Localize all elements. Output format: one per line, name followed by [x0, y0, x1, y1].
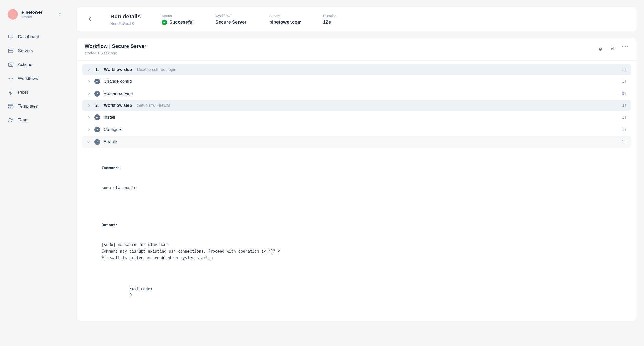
status-value: Successful — [169, 20, 194, 25]
page-title: Run details — [110, 13, 151, 20]
nav-workflows[interactable]: Workflows — [5, 72, 64, 85]
meta-server: Server pipetower.com — [269, 14, 313, 25]
step-description: Setup ufw Firewall — [137, 103, 171, 108]
zap-icon — [8, 89, 14, 95]
step-duration: 0s — [622, 91, 627, 96]
main-content: Run details Run #n3mdk6 Status Successfu… — [69, 0, 644, 346]
chevron-right-icon — [87, 103, 91, 108]
expand-all-button[interactable] — [597, 45, 604, 53]
step-name: Install — [104, 115, 115, 120]
sidebar: Pipetower Owner Dashboard Servers Action… — [0, 0, 69, 346]
nav-label: Servers — [18, 48, 33, 53]
run-id: Run #n3mdk6 — [110, 21, 151, 25]
nav-label: Workflows — [18, 76, 38, 81]
workflow-step-2-header[interactable]: 2. Workflow step Setup ufw Firewall 3s — [82, 100, 631, 111]
svg-rect-4 — [9, 63, 13, 67]
users-icon — [8, 117, 14, 123]
check-icon — [94, 139, 100, 145]
nav-actions[interactable]: Actions — [5, 59, 64, 71]
server-icon — [8, 48, 14, 54]
chevron-right-icon — [87, 92, 91, 96]
chevron-right-icon — [87, 68, 91, 72]
layout-icon — [8, 103, 14, 109]
step-duration: 3s — [622, 103, 627, 108]
workflow-header: Workflow | Secure Server started 1 week … — [77, 38, 636, 61]
workflow-started: started 1 week ago — [85, 51, 146, 55]
nav-team[interactable]: Team — [5, 114, 64, 126]
svg-point-10 — [11, 119, 13, 120]
server-value: pipetower.com — [269, 20, 313, 25]
step-enable[interactable]: Enable 1s — [82, 136, 631, 148]
workflow-card: Workflow | Secure Server started 1 week … — [77, 38, 636, 321]
nav-dashboard[interactable]: Dashboard — [5, 31, 64, 43]
meta-label: Workflow — [215, 14, 259, 18]
nav-templates[interactable]: Templates — [5, 100, 64, 112]
check-icon — [94, 127, 100, 132]
step-configure[interactable]: Configure 1s — [82, 124, 631, 136]
step-number: 2. — [95, 103, 99, 108]
meta-status: Status Successful — [162, 14, 205, 25]
terminal-icon — [8, 62, 14, 68]
step-output: Command: sudo ufw enable Output: [sudo] … — [82, 148, 631, 313]
workflow-value: Secure Server — [215, 20, 259, 25]
command-text: sudo ufw enable — [102, 185, 627, 191]
step-restart-service[interactable]: Restart service 0s — [82, 88, 631, 100]
nav-label: Templates — [18, 104, 38, 109]
step-name: Configure — [104, 127, 123, 132]
svg-point-9 — [9, 118, 11, 120]
monitor-icon — [8, 34, 14, 40]
meta-label: Duration — [323, 14, 367, 18]
meta-workflow: Workflow Secure Server — [215, 14, 259, 25]
step-duration: 1s — [622, 115, 627, 120]
step-duration: 1s — [622, 67, 627, 72]
chevron-right-icon — [87, 115, 91, 119]
nav-label: Pipes — [18, 90, 29, 95]
sparkle-icon — [8, 75, 14, 82]
svg-rect-0 — [9, 35, 13, 38]
steps-list: 1. Workflow step Disable ssh root login … — [77, 61, 636, 321]
org-info: Pipetower Owner — [22, 10, 54, 19]
nav-servers[interactable]: Servers — [5, 45, 64, 57]
workflow-step-1-header[interactable]: 1. Workflow step Disable ssh root login … — [82, 64, 631, 75]
step-number: 1. — [95, 67, 99, 72]
run-header-card: Run details Run #n3mdk6 Status Successfu… — [77, 7, 636, 32]
duration-value: 12s — [323, 20, 367, 25]
meta-label: Status — [162, 14, 205, 18]
check-icon — [94, 79, 100, 84]
step-prefix: Workflow step — [104, 103, 132, 108]
step-install[interactable]: Install 1s — [82, 111, 631, 123]
org-name: Pipetower — [22, 10, 54, 15]
svg-rect-6 — [9, 104, 13, 106]
org-role: Owner — [22, 15, 54, 19]
workflow-actions — [597, 45, 629, 53]
org-switcher[interactable]: Pipetower Owner — [5, 7, 64, 22]
workflow-title: Workflow | Secure Server — [85, 43, 146, 49]
org-avatar — [8, 9, 18, 20]
nav-pipes[interactable]: Pipes — [5, 86, 64, 99]
output-text: [sudo] password for pipetower: Command m… — [102, 242, 627, 262]
svg-rect-2 — [9, 49, 13, 51]
back-button[interactable] — [85, 14, 95, 25]
exit-label: Exit code: — [129, 286, 152, 291]
collapse-all-button[interactable] — [609, 45, 616, 53]
more-button[interactable] — [621, 45, 629, 53]
step-name: Enable — [104, 139, 117, 145]
svg-rect-3 — [9, 51, 13, 53]
step-name: Change config — [104, 79, 132, 84]
nav-label: Team — [18, 118, 29, 123]
chevron-right-icon — [87, 128, 91, 132]
chevron-right-icon — [87, 79, 91, 83]
chevron-updown-icon — [58, 13, 62, 16]
nav-label: Dashboard — [18, 34, 39, 40]
nav-label: Actions — [18, 62, 32, 67]
step-prefix: Workflow step — [104, 67, 132, 72]
output-label: Output: — [102, 222, 627, 229]
command-label: Command: — [102, 165, 627, 172]
chevron-down-icon — [87, 140, 91, 144]
check-icon — [94, 114, 100, 120]
svg-rect-8 — [11, 107, 13, 108]
meta-duration: Duration 12s — [323, 14, 367, 25]
step-change-config[interactable]: Change config 1s — [82, 75, 631, 87]
step-duration: 1s — [622, 140, 627, 144]
step-duration: 1s — [622, 79, 627, 84]
